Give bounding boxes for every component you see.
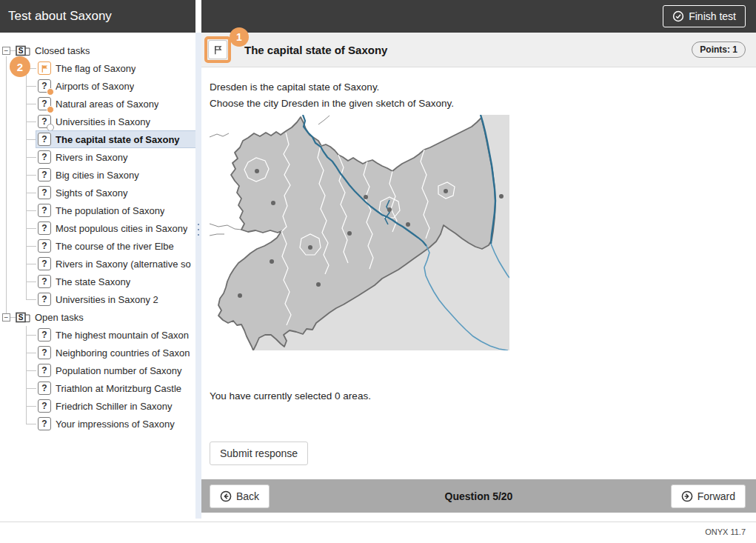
tree-item[interactable]: ?Airports of Saxony: [0, 77, 195, 95]
question-icon: ?: [38, 168, 51, 181]
svg-text:S: S: [19, 47, 24, 55]
question-navbar: Question 5/20 Back Forward: [201, 479, 756, 513]
question-icon: ?: [38, 239, 51, 253]
question-icon: ?: [38, 133, 51, 146]
tree-item[interactable]: ?Population number of Saxony: [0, 362, 195, 379]
question-icon: ?: [38, 115, 51, 128]
question-text: Dresden is the capital state of Saxony. …: [210, 81, 746, 109]
tree-item-label: Your impressions of Saxony: [56, 419, 175, 430]
tree-item[interactable]: ?Sights of Saxony: [0, 184, 195, 201]
city-dot[interactable]: [387, 207, 392, 212]
tree-item[interactable]: ?Universities in Saxony 2: [0, 290, 195, 308]
flag-icon: [38, 61, 51, 75]
city-dot[interactable]: [347, 231, 352, 236]
saxony-map[interactable]: [210, 115, 509, 350]
collapse-icon[interactable]: −: [2, 313, 10, 322]
flag-question-button[interactable]: [208, 40, 227, 59]
app-version: ONYX 11.7: [705, 527, 746, 536]
footer-divider: [0, 522, 756, 522]
tree-item-label: Big cities in Saxony: [56, 170, 139, 181]
tree-item[interactable]: ?Big cities in Saxony: [0, 166, 195, 184]
tree-item[interactable]: ?The state Saxony: [0, 273, 195, 290]
tree-item-label: Rivers in Saxony (alternative sol: [56, 259, 191, 270]
finish-test-button[interactable]: Finish test: [663, 5, 746, 27]
question-icon: ?: [38, 186, 51, 199]
tree-item-label: Population number of Saxony: [56, 365, 182, 376]
tree-item-label: The state Saxony: [56, 276, 130, 287]
finish-test-label: Finish test: [689, 10, 736, 22]
section-label: Open tasks: [35, 312, 84, 323]
tree-item[interactable]: ?The course of the river Elbe: [0, 237, 195, 255]
question-icon: ?: [38, 257, 51, 270]
tree-item-label: Triathlon at Moritzburg Castle: [56, 383, 181, 394]
svg-text:S: S: [19, 313, 24, 322]
test-title-label: Test about Saxony: [8, 9, 112, 24]
callout-badge-2: 2: [10, 56, 30, 77]
tree-item[interactable]: ?The highest mountain of Saxon: [0, 326, 195, 344]
section-icon: S: [16, 45, 30, 56]
main-panel: Finish test 1 The capital state of Saxon…: [201, 0, 756, 543]
tree-item[interactable]: ?Rivers in Saxony: [0, 148, 195, 166]
tree-item-label: Neighboring countries of Saxon: [56, 347, 190, 359]
submit-response-button[interactable]: Submit response: [210, 442, 308, 465]
splitter-grip-dot: [198, 229, 199, 230]
tree-item-label: Universities in Saxony: [56, 116, 150, 127]
tree-section[interactable]: −SOpen tasks: [0, 308, 195, 326]
tree-item[interactable]: ?Triathlon at Moritzburg Castle: [0, 379, 195, 397]
arrow-right-circle-icon: [681, 490, 693, 502]
tree-item-label: Rivers in Saxony: [56, 152, 128, 163]
tree-item[interactable]: ?The population of Saxony: [0, 201, 195, 219]
tree-item[interactable]: ?Neighboring countries of Saxon: [0, 344, 195, 362]
question-icon: ?: [38, 79, 51, 93]
city-dot[interactable]: [406, 222, 410, 227]
forward-button[interactable]: Forward: [671, 484, 746, 508]
tree-item[interactable]: ?The capital state of Saxony: [0, 130, 195, 148]
tree-section[interactable]: −SClosed tasks: [0, 41, 195, 59]
splitter-grip-dot: [198, 224, 199, 225]
arrow-left-circle-icon: [220, 490, 232, 502]
tree-item[interactable]: ?Your impressions of Saxony: [0, 415, 195, 433]
question-icon: ?: [38, 346, 51, 359]
check-circle-icon: [672, 10, 684, 22]
question-icon: ?: [38, 204, 51, 217]
tree-item-label: Most populous cities in Saxony: [56, 223, 187, 234]
sidebar-splitter[interactable]: [195, 33, 201, 519]
tree-item-label: The flag of Saxony: [56, 63, 136, 74]
back-button[interactable]: Back: [210, 484, 270, 508]
city-dot[interactable]: [364, 195, 368, 199]
tree-item-label: The course of the river Elbe: [56, 241, 174, 252]
tree-line: [10, 50, 16, 51]
tree-item[interactable]: ?Universities in Saxony: [0, 113, 195, 130]
forward-label: Forward: [698, 490, 735, 502]
tree-item-label: The highest mountain of Saxon: [56, 330, 189, 341]
city-dot[interactable]: [308, 245, 312, 250]
city-dot[interactable]: [499, 194, 504, 199]
flag-callout: 1: [204, 36, 231, 63]
city-dot[interactable]: [444, 189, 448, 193]
points-badge: Points: 1: [692, 41, 746, 58]
city-dot[interactable]: [255, 169, 259, 173]
selection-status: You have currently selected 0 areas.: [210, 390, 746, 402]
tree-item[interactable]: ?Friedrich Schiller in Saxony: [0, 397, 195, 415]
tree-item[interactable]: ?Most populous cities in Saxony: [0, 219, 195, 237]
tree-item[interactable]: ?Natural areas of Saxony: [0, 95, 195, 113]
question-icon: ?: [38, 382, 51, 395]
tree-item-label: Airports of Saxony: [56, 81, 134, 92]
city-dot[interactable]: [271, 201, 275, 205]
tree-item-label: Natural areas of Saxony: [56, 99, 158, 110]
question-icon: ?: [38, 221, 51, 235]
city-dot[interactable]: [238, 293, 242, 298]
main-topbar: Finish test: [201, 0, 756, 33]
question-icon: ?: [38, 275, 51, 288]
question-icon: ?: [38, 328, 51, 342]
city-dot[interactable]: [270, 259, 274, 264]
collapse-icon[interactable]: −: [2, 47, 10, 55]
question-header: 1 The capital state of Saxony Points: 1: [201, 33, 756, 67]
submit-response-label: Submit response: [220, 447, 298, 459]
tree-line: [10, 317, 16, 318]
tree-item-label: The capital state of Saxony: [56, 134, 180, 145]
tree-item[interactable]: ?Rivers in Saxony (alternative sol: [0, 255, 195, 273]
onyx-test-window: Test about Saxony −SClosed tasksThe flag…: [0, 0, 756, 543]
question-icon: ?: [38, 97, 51, 110]
city-dot[interactable]: [316, 282, 321, 287]
